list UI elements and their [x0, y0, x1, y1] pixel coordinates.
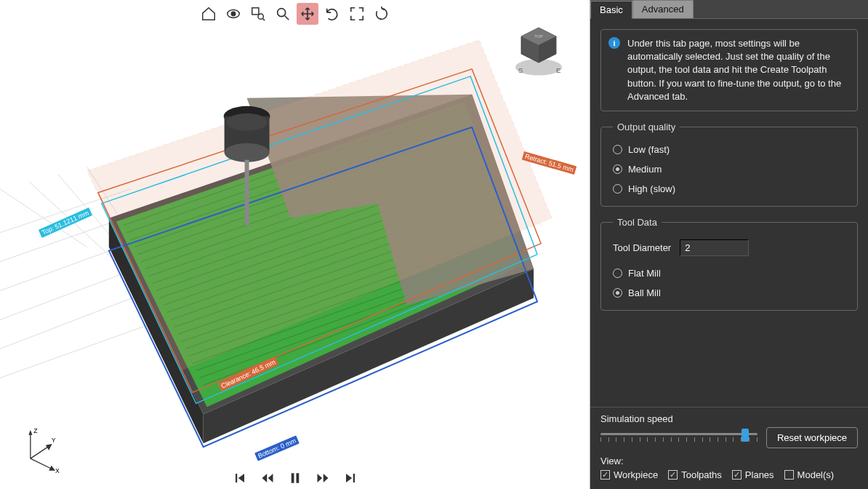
tool-data-legend: Tool Data — [613, 217, 662, 228]
view-cube[interactable]: TOP S E — [510, 22, 568, 80]
view-checkboxes: Workpiece Toolpaths Planes Model(s) — [600, 469, 858, 480]
playback-bar — [231, 469, 359, 487]
radio-high[interactable]: High (slow) — [613, 183, 845, 194]
tool-diameter-input[interactable] — [680, 239, 749, 256]
svg-marker-42 — [46, 444, 52, 450]
svg-point-21 — [225, 143, 270, 162]
first-button[interactable] — [231, 469, 249, 487]
svg-marker-45 — [238, 474, 244, 482]
radio-mark — [613, 145, 622, 154]
info-box: i Under this tab page, most settings wil… — [600, 29, 858, 111]
fit-button[interactable] — [346, 3, 368, 25]
svg-point-25 — [231, 12, 236, 16]
svg-rect-53 — [353, 474, 354, 482]
tool-data-group: Tool Data Tool Diameter Flat Mill Ball M… — [600, 217, 858, 311]
svg-point-29 — [277, 9, 285, 17]
svg-rect-26 — [252, 8, 258, 15]
home-view-button[interactable] — [198, 3, 220, 25]
reset-workpiece-button[interactable]: Reset workpiece — [766, 427, 858, 448]
info-icon: i — [608, 37, 620, 49]
check-mark — [668, 470, 678, 480]
svg-marker-47 — [268, 474, 273, 482]
svg-marker-50 — [317, 474, 322, 482]
cube-e-label: E — [556, 66, 560, 74]
svg-marker-51 — [323, 474, 328, 482]
tabs: Basic Advanced — [590, 0, 868, 19]
zoom-window-button[interactable] — [247, 3, 269, 25]
simulation-section: Simulation speed Reset workpiece View: W… — [590, 407, 868, 489]
check-models[interactable]: Model(s) — [784, 469, 835, 480]
rewind-button[interactable] — [259, 469, 276, 487]
svg-line-28 — [262, 18, 265, 20]
svg-marker-46 — [262, 474, 267, 482]
view-label: View: — [600, 456, 858, 466]
svg-line-38 — [31, 458, 53, 469]
svg-marker-36 — [28, 430, 32, 435]
eye-view-button[interactable] — [222, 3, 244, 25]
radio-mark — [613, 184, 622, 194]
axis-indicator: Z X Y — [15, 424, 65, 474]
radio-mark — [613, 288, 622, 298]
tool-diameter-label: Tool Diameter — [613, 242, 671, 253]
check-mark — [600, 470, 610, 480]
radio-mark — [613, 164, 622, 174]
settings-sidebar: Basic Advanced i Under this tab page, mo… — [590, 0, 868, 489]
svg-rect-49 — [296, 473, 299, 483]
tab-basic[interactable]: Basic — [590, 1, 632, 19]
tab-advanced[interactable]: Advanced — [632, 0, 694, 18]
simulation-speed-label: Simulation speed — [600, 413, 858, 424]
zoom-button[interactable] — [272, 3, 294, 25]
svg-text:Y: Y — [52, 437, 56, 444]
svg-marker-52 — [346, 474, 352, 482]
svg-point-27 — [258, 14, 263, 19]
undo-view-button[interactable] — [321, 3, 343, 25]
check-mark — [732, 470, 742, 480]
scene-illustration — [0, 0, 590, 488]
info-text: Under this tab page, most settings will … — [627, 37, 848, 103]
svg-text:Z: Z — [33, 427, 38, 434]
radio-medium[interactable]: Medium — [613, 164, 845, 175]
view-toolbar — [198, 3, 393, 25]
simulation-speed-slider[interactable] — [600, 429, 758, 448]
pan-button[interactable] — [297, 3, 318, 25]
svg-line-30 — [284, 16, 289, 20]
radio-mark — [613, 269, 622, 278]
cube-top-label: TOP — [534, 34, 543, 39]
svg-line-41 — [31, 446, 49, 459]
check-mark — [784, 470, 794, 480]
check-workpiece[interactable]: Workpiece — [600, 469, 658, 480]
sidebar-content: i Under this tab page, most settings wil… — [590, 19, 868, 407]
tool-diameter-row: Tool Diameter — [613, 239, 845, 256]
svg-text:X: X — [55, 467, 60, 474]
3d-viewport[interactable]: Top: 51.1211 mm Retract: 51.5 mm Clearan… — [0, 0, 590, 489]
check-planes[interactable]: Planes — [732, 469, 774, 480]
svg-point-22 — [227, 114, 268, 131]
playpause-button[interactable] — [286, 469, 304, 487]
rotate-button[interactable] — [371, 3, 393, 25]
svg-rect-23 — [245, 160, 249, 226]
svg-rect-48 — [291, 473, 294, 483]
output-quality-group: Output quality Low (fast) Medium High (s… — [600, 122, 858, 207]
svg-rect-44 — [236, 474, 237, 482]
last-button[interactable] — [342, 469, 359, 487]
forward-button[interactable] — [314, 469, 331, 487]
cube-s-label: S — [518, 66, 523, 74]
check-toolpaths[interactable]: Toolpaths — [668, 469, 722, 480]
radio-ball-mill[interactable]: Ball Mill — [613, 287, 845, 298]
output-quality-legend: Output quality — [613, 122, 680, 132]
radio-low[interactable]: Low (fast) — [613, 144, 845, 155]
radio-flat-mill[interactable]: Flat Mill — [613, 268, 845, 279]
